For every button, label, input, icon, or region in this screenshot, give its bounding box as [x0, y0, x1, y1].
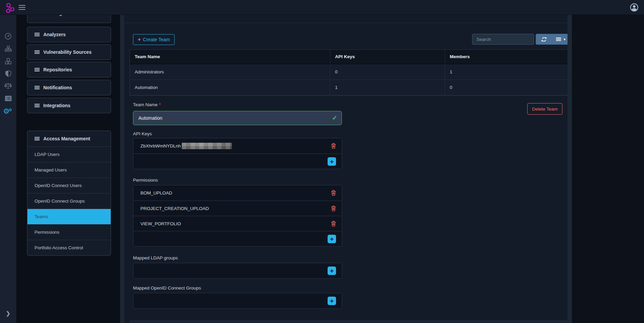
refresh-button[interactable]	[536, 34, 553, 45]
column-header-api-keys[interactable]: API Keys	[330, 50, 445, 64]
delete-permission-button[interactable]	[331, 206, 336, 211]
chevron-down-icon: ▾	[563, 37, 565, 42]
nav-components-button[interactable]	[0, 57, 16, 65]
teams-table: Team Name API Keys Members Administrator…	[130, 49, 569, 96]
trash-icon	[331, 190, 336, 196]
permission-value: BOM_UPLOAD	[140, 190, 172, 195]
permission-row: BOM_UPLOAD	[133, 185, 342, 201]
gears-icon: ⚙⚙	[3, 108, 13, 115]
cell-api-keys: 1	[330, 80, 445, 95]
trash-icon	[331, 206, 336, 211]
sidebar-item-permissions[interactable]: Permissions	[27, 224, 111, 240]
mapped-ldap-groups-list: +	[133, 263, 342, 279]
add-api-key-button[interactable]: +	[328, 157, 336, 166]
delete-permission-button[interactable]	[331, 221, 336, 227]
nav-administration-button[interactable]: ⚙⚙	[0, 107, 16, 115]
list-icon	[35, 50, 40, 54]
table-row-automation[interactable]: Automation 1 0	[130, 80, 568, 95]
list-icon	[35, 104, 40, 108]
plus-icon: +	[138, 37, 141, 43]
trash-icon	[331, 221, 336, 227]
dependency-track-logo[interactable]	[4, 2, 16, 13]
table-row-administrators[interactable]: Administrators 0 1	[130, 64, 568, 80]
permission-row: VIEW_PORTFOLIO	[133, 216, 342, 231]
add-permission-row: +	[133, 231, 342, 246]
sidebar-group-label: Access Management	[43, 136, 90, 141]
nav-audit-button[interactable]	[0, 94, 16, 102]
valid-check-icon: ✓	[332, 114, 337, 122]
add-ldap-group-row: +	[133, 263, 342, 278]
add-oidc-group-row: +	[133, 293, 342, 308]
add-ldap-group-button[interactable]: +	[328, 267, 336, 275]
team-name-field: ✓	[133, 111, 342, 125]
search-input[interactable]	[472, 34, 534, 45]
nav-dashboard-button[interactable]	[0, 32, 16, 40]
table-header-row: Team Name API Keys Members	[130, 50, 568, 64]
cell-team-name: Administrators	[130, 64, 330, 79]
sidebar-toggle-button[interactable]	[19, 5, 25, 10]
mapped-ldap-groups-label: Mapped LDAP groups	[133, 255, 178, 260]
required-marker: *	[159, 102, 161, 107]
permission-value: VIEW_PORTFOLIO	[140, 221, 181, 226]
delete-api-key-button[interactable]	[331, 143, 336, 149]
cell-api-keys: 0	[330, 64, 445, 79]
nav-vulnerabilities-button[interactable]	[0, 69, 16, 77]
sidebar-item-openid-connect-users[interactable]: OpenID Connect Users	[27, 178, 111, 193]
nav-projects-button[interactable]	[0, 45, 16, 53]
api-key-row: ZbXhrbWmNYDLnh	[133, 138, 342, 154]
sidebar-item-managed-users[interactable]: Managed Users	[27, 162, 111, 178]
create-team-button[interactable]: + Create Team	[133, 34, 175, 45]
sidebar-item-ldap-users[interactable]: LDAP Users	[27, 146, 111, 162]
sidebar-group-configuration[interactable]: Configuration	[27, 15, 111, 23]
add-permission-button[interactable]: +	[328, 235, 336, 243]
next-table-row-edge	[130, 320, 569, 323]
panel-divider	[124, 23, 568, 23]
permissions-list: BOM_UPLOAD PROJECT_CREATION_UPLOAD	[133, 185, 342, 247]
sidebar-item-portfolio-access-control[interactable]: Portfolio Access Control	[27, 240, 111, 255]
delete-team-button[interactable]: Delete Team	[527, 103, 562, 115]
create-team-label: Create Team	[143, 37, 170, 42]
sitemap-icon	[5, 46, 12, 52]
teams-admin-panel: + Create Team ▾	[124, 15, 568, 323]
list-icon	[35, 137, 40, 141]
sidebar-group-repositories[interactable]: Repositories	[27, 62, 111, 77]
sidebar-group-label: Repositories	[43, 67, 72, 72]
table-toolbar-buttons: ▾	[536, 34, 569, 45]
user-menu-button[interactable]	[630, 3, 639, 12]
refresh-icon	[541, 37, 547, 42]
list-icon	[35, 68, 40, 72]
sidebar-group-vulnerability-sources[interactable]: Vulnerability Sources	[27, 44, 111, 60]
nav-policy-button[interactable]	[0, 82, 16, 90]
sidebar-item-teams[interactable]: Teams	[27, 209, 111, 224]
shield-icon	[5, 70, 12, 77]
sidebar-group-notifications[interactable]: Notifications	[27, 80, 111, 95]
sidebar-group-integrations[interactable]: Integrations	[27, 98, 111, 113]
add-oidc-group-button[interactable]: +	[328, 297, 336, 305]
sidebar-scrollbar[interactable]	[120, 15, 124, 323]
delete-permission-button[interactable]	[331, 190, 336, 196]
team-name-input[interactable]	[133, 111, 342, 125]
sidebar-group-label: Notifications	[43, 85, 72, 90]
sidebar-group-access-management: Access Management LDAP Users Managed Use…	[27, 131, 111, 256]
column-header-members[interactable]: Members	[445, 50, 568, 64]
list-icon	[35, 86, 40, 90]
top-bar	[0, 0, 644, 15]
team-name-field-label: Team Name*	[133, 102, 161, 107]
columns-dropdown-button[interactable]: ▾	[553, 34, 570, 45]
sidebar-group-access-management-header[interactable]: Access Management	[27, 131, 111, 146]
dashboard-icon	[4, 32, 12, 40]
sidebar-item-openid-connect-groups[interactable]: OpenID Connect Groups	[27, 193, 111, 209]
sidebar-group-analyzers[interactable]: Analyzers	[27, 27, 111, 42]
cell-team-name: Automation	[130, 80, 330, 95]
permission-value: PROJECT_CREATION_UPLOAD	[140, 206, 209, 211]
nav-rail: ⚙⚙ ❯	[0, 15, 16, 323]
mapped-oidc-groups-label: Mapped OpenID Connect Groups	[133, 285, 201, 291]
mapped-oidc-groups-list: +	[133, 293, 342, 309]
sidebar-expand-chevron[interactable]: ❯	[0, 309, 16, 317]
column-header-team-name[interactable]: Team Name	[130, 50, 330, 64]
add-api-key-row: +	[133, 154, 342, 169]
app-root: Configuration Analyzers Vulnerability So…	[0, 0, 644, 323]
main-scrollbar[interactable]	[568, 15, 572, 323]
cubes-icon	[5, 58, 12, 65]
report-list-icon	[5, 95, 12, 101]
